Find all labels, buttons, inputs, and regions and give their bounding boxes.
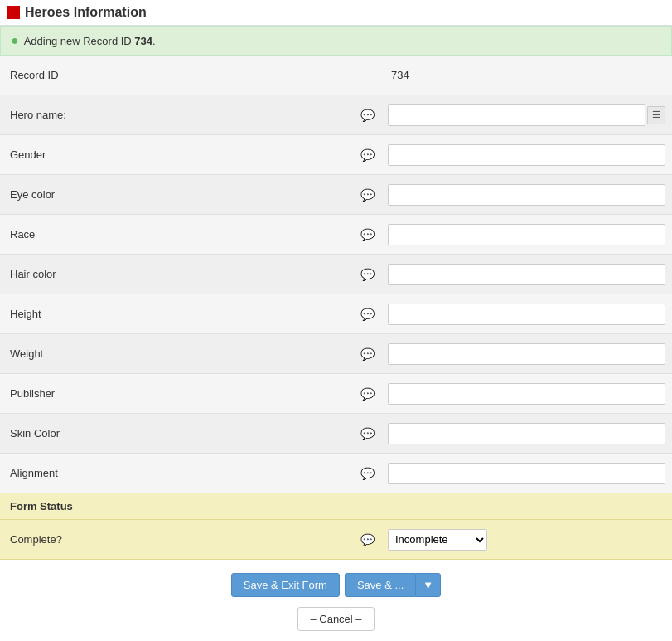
table-icon [7, 6, 20, 19]
gender-label-cell: Gender 💬 [0, 142, 381, 168]
record-id-row: Record ID 734 [0, 56, 672, 95]
save-exit-button[interactable]: Save & Exit Form [231, 573, 340, 597]
publisher-comment-icon[interactable]: 💬 [360, 387, 375, 401]
hero-name-label-cell: Hero name: 💬 [0, 102, 381, 128]
info-bar-message: Adding new Record ID 734. [24, 35, 156, 47]
eye-color-comment-icon[interactable]: 💬 [360, 188, 375, 202]
publisher-value-cell [381, 378, 672, 410]
page-title: Heroes Information [25, 5, 147, 20]
gender-value-cell [381, 139, 672, 171]
publisher-label-cell: Publisher 💬 [0, 381, 381, 406]
complete-select[interactable]: Incomplete Complete [388, 529, 487, 551]
form-status-section-header: Form Status [0, 493, 672, 520]
publisher-row: Publisher 💬 [0, 374, 672, 414]
alignment-input[interactable] [388, 463, 665, 484]
height-label: Height [10, 308, 41, 320]
race-input[interactable] [388, 224, 665, 245]
weight-value-cell [381, 338, 672, 370]
hero-name-label: Hero name: [10, 109, 66, 121]
hero-name-input[interactable] [388, 104, 645, 126]
gender-row: Gender 💬 [0, 135, 672, 175]
weight-comment-icon[interactable]: 💬 [360, 347, 375, 361]
height-label-cell: Height 💬 [0, 301, 381, 327]
complete-value-cell: Incomplete Complete [381, 524, 672, 556]
publisher-input[interactable] [388, 383, 665, 405]
complete-label: Complete? [10, 533, 62, 546]
skin-color-comment-icon[interactable]: 💬 [360, 427, 375, 440]
race-label: Race [10, 228, 35, 240]
alignment-label-cell: Alignment 💬 [0, 460, 381, 486]
hair-color-input[interactable] [388, 264, 665, 285]
hero-name-value-cell: ☰ [381, 100, 672, 131]
skin-color-input[interactable] [388, 423, 665, 444]
form-container: Record ID 734 Hero name: 💬 ☰ Gender 💬 [0, 56, 672, 560]
eye-color-label: Eye color [10, 188, 55, 201]
cancel-row: – Cancel – [0, 604, 672, 641]
record-id-value-cell: 734 [381, 64, 672, 86]
alignment-row: Alignment 💬 [0, 454, 672, 493]
info-bar: ● Adding new Record ID 734. [0, 26, 672, 56]
record-id-label: Record ID [10, 69, 59, 81]
race-comment-icon[interactable]: 💬 [360, 228, 375, 241]
page-header: Heroes Information [0, 0, 672, 26]
alignment-value-cell [381, 458, 672, 489]
save-more-wrap: Save & ... ▼ [345, 573, 441, 597]
skin-color-label-cell: Skin Color 💬 [0, 420, 381, 446]
height-input[interactable] [388, 304, 665, 325]
skin-color-label: Skin Color [10, 427, 60, 439]
hair-color-label-cell: Hair color 💬 [0, 261, 381, 287]
save-more-dropdown-button[interactable]: ▼ [415, 573, 441, 597]
skin-color-value-cell [381, 418, 672, 449]
alignment-comment-icon[interactable]: 💬 [360, 467, 375, 480]
height-value-cell [381, 299, 672, 330]
complete-comment-icon[interactable]: 💬 [360, 533, 375, 546]
record-id-label-cell: Record ID [0, 62, 381, 88]
eye-color-value-cell [381, 179, 672, 211]
gender-input[interactable] [388, 144, 665, 166]
height-comment-icon[interactable]: 💬 [360, 308, 375, 321]
buttons-row: Save & Exit Form Save & ... ▼ [0, 560, 672, 604]
eye-color-input[interactable] [388, 184, 665, 206]
height-row: Height 💬 [0, 294, 672, 334]
cancel-button[interactable]: – Cancel – [297, 607, 374, 631]
gender-label: Gender [10, 148, 46, 161]
weight-label-cell: Weight 💬 [0, 341, 381, 367]
publisher-label: Publisher [10, 387, 55, 400]
eye-color-label-cell: Eye color 💬 [0, 182, 381, 207]
eye-color-row: Eye color 💬 [0, 175, 672, 215]
weight-input[interactable] [388, 343, 665, 365]
info-icon: ● [11, 33, 19, 48]
complete-row: Complete? 💬 Incomplete Complete [0, 520, 672, 560]
complete-label-cell: Complete? 💬 [0, 527, 381, 552]
weight-row: Weight 💬 [0, 334, 672, 374]
hero-name-row: Hero name: 💬 ☰ [0, 95, 672, 135]
hair-color-value-cell [381, 259, 672, 290]
race-value-cell [381, 219, 672, 250]
hair-color-comment-icon[interactable]: 💬 [360, 268, 375, 281]
race-row: Race 💬 [0, 215, 672, 255]
hero-name-input-wrap: ☰ [388, 104, 665, 126]
form-status-label: Form Status [10, 500, 73, 512]
skin-color-row: Skin Color 💬 [0, 414, 672, 454]
race-label-cell: Race 💬 [0, 221, 381, 247]
hero-name-field-btn[interactable]: ☰ [647, 106, 665, 124]
alignment-label: Alignment [10, 467, 58, 479]
record-id-value: 734 [388, 69, 409, 81]
gender-comment-icon[interactable]: 💬 [360, 148, 375, 162]
hair-color-label: Hair color [10, 268, 56, 280]
weight-label: Weight [10, 347, 43, 360]
hero-name-comment-icon[interactable]: 💬 [360, 109, 375, 122]
save-more-button[interactable]: Save & ... [345, 573, 415, 597]
hair-color-row: Hair color 💬 [0, 255, 672, 294]
